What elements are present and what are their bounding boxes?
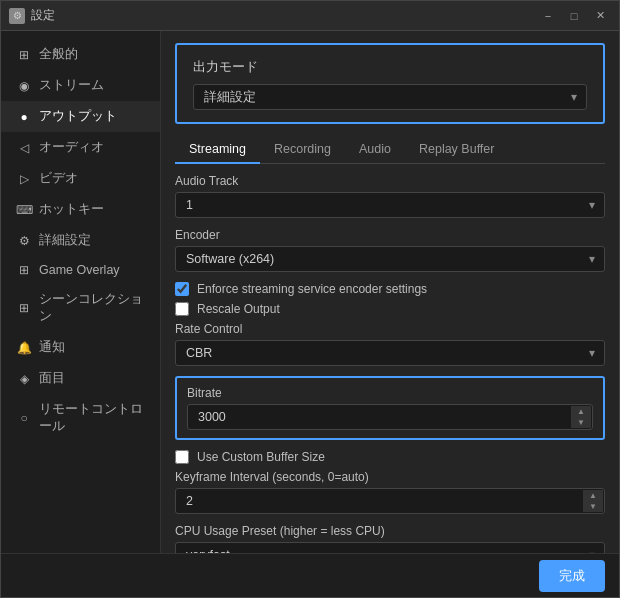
audio-track-group: Audio Track 1234 bbox=[175, 174, 605, 218]
output-mode-section: 出力モード 詳細設定 シンプル bbox=[175, 43, 605, 124]
sidebar-label-advanced: 詳細設定 bbox=[39, 232, 91, 249]
sidebar-item-advanced[interactable]: ⚙詳細設定 bbox=[1, 225, 160, 256]
titlebar: ⚙ 設定 − □ ✕ bbox=[1, 1, 619, 31]
sidebar-label-video: ビデオ bbox=[39, 170, 78, 187]
encoder-select-wrapper: Software (x264) Hardware (NVENC) Hardwar… bbox=[175, 246, 605, 272]
cpu-usage-select[interactable]: ultrafastsuperfastveryfast fasterfastmed… bbox=[175, 542, 605, 553]
custom-buffer-checkbox[interactable] bbox=[175, 450, 189, 464]
keyframe-input[interactable] bbox=[175, 488, 605, 514]
enforce-label: Enforce streaming service encoder settin… bbox=[197, 282, 427, 296]
keyframe-group: Keyframe Interval (seconds, 0=auto) ▲ ▼ bbox=[175, 470, 605, 514]
scene-collection-icon: ⊞ bbox=[17, 301, 31, 315]
sidebar-item-appearance[interactable]: ◈面目 bbox=[1, 363, 160, 394]
sidebar-item-audio[interactable]: ◁オーディオ bbox=[1, 132, 160, 163]
sidebar-label-output: アウトプット bbox=[39, 108, 117, 125]
sidebar-item-remote-control[interactable]: ○リモートコントロール bbox=[1, 394, 160, 442]
tab-recording[interactable]: Recording bbox=[260, 136, 345, 164]
remote-control-icon: ○ bbox=[17, 411, 31, 425]
output-icon: ● bbox=[17, 110, 31, 124]
sidebar: ⊞全般的◉ストリーム●アウトプット◁オーディオ▷ビデオ⌨ホットキー⚙詳細設定⊞G… bbox=[1, 31, 161, 553]
sidebar-item-hotkeys[interactable]: ⌨ホットキー bbox=[1, 194, 160, 225]
video-icon: ▷ bbox=[17, 172, 31, 186]
audio-track-label: Audio Track bbox=[175, 174, 605, 188]
sidebar-item-scene-collection[interactable]: ⊞シーンコレクション bbox=[1, 284, 160, 332]
rescale-checkbox[interactable] bbox=[175, 302, 189, 316]
keyframe-spinbox: ▲ ▼ bbox=[175, 488, 605, 514]
output-mode-label: 出力モード bbox=[193, 59, 587, 76]
sidebar-item-video[interactable]: ▷ビデオ bbox=[1, 163, 160, 194]
sidebar-label-appearance: 面目 bbox=[39, 370, 65, 387]
audio-icon: ◁ bbox=[17, 141, 31, 155]
tab-replay[interactable]: Replay Buffer bbox=[405, 136, 509, 164]
audio-track-select-wrapper: 1234 bbox=[175, 192, 605, 218]
rate-control-select-wrapper: CBRVBRABRCRF bbox=[175, 340, 605, 366]
titlebar-left: ⚙ 設定 bbox=[9, 7, 55, 24]
window-title: 設定 bbox=[31, 7, 55, 24]
encoder-group: Encoder Software (x264) Hardware (NVENC)… bbox=[175, 228, 605, 272]
bitrate-spin-buttons: ▲ ▼ bbox=[571, 406, 591, 428]
bitrate-label: Bitrate bbox=[187, 386, 593, 400]
tabs: Streaming Recording Audio Replay Buffer bbox=[175, 136, 605, 164]
rescale-checkbox-row: Rescale Output bbox=[175, 302, 605, 316]
form-content: Audio Track 1234 Encoder Software (x264)… bbox=[161, 164, 619, 553]
bitrate-section: Bitrate ▲ ▼ bbox=[175, 376, 605, 440]
tabs-section: Streaming Recording Audio Replay Buffer bbox=[175, 136, 605, 164]
keyframe-increment[interactable]: ▲ bbox=[583, 490, 603, 501]
appearance-icon: ◈ bbox=[17, 372, 31, 386]
sidebar-item-game-overlay[interactable]: ⊞Game Overlay bbox=[1, 256, 160, 284]
sidebar-item-general[interactable]: ⊞全般的 bbox=[1, 39, 160, 70]
keyframe-spin-buttons: ▲ ▼ bbox=[583, 490, 603, 512]
footer: 完成 bbox=[1, 553, 619, 597]
bitrate-spinbox: ▲ ▼ bbox=[187, 404, 593, 430]
sidebar-label-game-overlay: Game Overlay bbox=[39, 263, 120, 277]
general-icon: ⊞ bbox=[17, 48, 31, 62]
cpu-usage-group: CPU Usage Preset (higher = less CPU) ult… bbox=[175, 524, 605, 553]
sidebar-label-stream: ストリーム bbox=[39, 77, 104, 94]
sidebar-item-output[interactable]: ●アウトプット bbox=[1, 101, 160, 132]
sidebar-item-notifications[interactable]: 🔔通知 bbox=[1, 332, 160, 363]
app-icon: ⚙ bbox=[9, 8, 25, 24]
tab-audio[interactable]: Audio bbox=[345, 136, 405, 164]
window-controls: − □ ✕ bbox=[537, 7, 611, 25]
advanced-icon: ⚙ bbox=[17, 234, 31, 248]
sidebar-item-stream[interactable]: ◉ストリーム bbox=[1, 70, 160, 101]
encoder-select[interactable]: Software (x264) Hardware (NVENC) Hardwar… bbox=[175, 246, 605, 272]
rescale-label: Rescale Output bbox=[197, 302, 280, 316]
stream-icon: ◉ bbox=[17, 79, 31, 93]
bitrate-increment[interactable]: ▲ bbox=[571, 406, 591, 417]
cpu-usage-select-wrapper: ultrafastsuperfastveryfast fasterfastmed… bbox=[175, 542, 605, 553]
rate-control-group: Rate Control CBRVBRABRCRF bbox=[175, 322, 605, 366]
main-content: ⊞全般的◉ストリーム●アウトプット◁オーディオ▷ビデオ⌨ホットキー⚙詳細設定⊞G… bbox=[1, 31, 619, 553]
sidebar-label-remote-control: リモートコントロール bbox=[39, 401, 148, 435]
rate-control-label: Rate Control bbox=[175, 322, 605, 336]
sidebar-label-scene-collection: シーンコレクション bbox=[39, 291, 148, 325]
bitrate-decrement[interactable]: ▼ bbox=[571, 417, 591, 428]
sidebar-label-hotkeys: ホットキー bbox=[39, 201, 104, 218]
rate-control-select[interactable]: CBRVBRABRCRF bbox=[175, 340, 605, 366]
keyframe-label: Keyframe Interval (seconds, 0=auto) bbox=[175, 470, 605, 484]
output-mode-select-wrapper: 詳細設定 シンプル bbox=[193, 84, 587, 110]
keyframe-decrement[interactable]: ▼ bbox=[583, 501, 603, 512]
main-window: ⚙ 設定 − □ ✕ ⊞全般的◉ストリーム●アウトプット◁オーディオ▷ビデオ⌨ホ… bbox=[0, 0, 620, 598]
done-button[interactable]: 完成 bbox=[539, 560, 605, 592]
encoder-label: Encoder bbox=[175, 228, 605, 242]
sidebar-label-notifications: 通知 bbox=[39, 339, 65, 356]
cpu-usage-label: CPU Usage Preset (higher = less CPU) bbox=[175, 524, 605, 538]
sidebar-label-audio: オーディオ bbox=[39, 139, 104, 156]
maximize-button[interactable]: □ bbox=[563, 7, 585, 25]
content-area: 出力モード 詳細設定 シンプル Streaming Recording Audi… bbox=[161, 31, 619, 553]
hotkeys-icon: ⌨ bbox=[17, 203, 31, 217]
enforce-checkbox[interactable] bbox=[175, 282, 189, 296]
minimize-button[interactable]: − bbox=[537, 7, 559, 25]
bitrate-input[interactable] bbox=[187, 404, 593, 430]
tab-streaming[interactable]: Streaming bbox=[175, 136, 260, 164]
output-mode-select[interactable]: 詳細設定 シンプル bbox=[193, 84, 587, 110]
custom-buffer-row: Use Custom Buffer Size bbox=[175, 450, 605, 464]
game-overlay-icon: ⊞ bbox=[17, 263, 31, 277]
sidebar-label-general: 全般的 bbox=[39, 46, 78, 63]
custom-buffer-label: Use Custom Buffer Size bbox=[197, 450, 325, 464]
audio-track-select[interactable]: 1234 bbox=[175, 192, 605, 218]
notifications-icon: 🔔 bbox=[17, 341, 31, 355]
enforce-checkbox-row: Enforce streaming service encoder settin… bbox=[175, 282, 605, 296]
close-button[interactable]: ✕ bbox=[589, 7, 611, 25]
